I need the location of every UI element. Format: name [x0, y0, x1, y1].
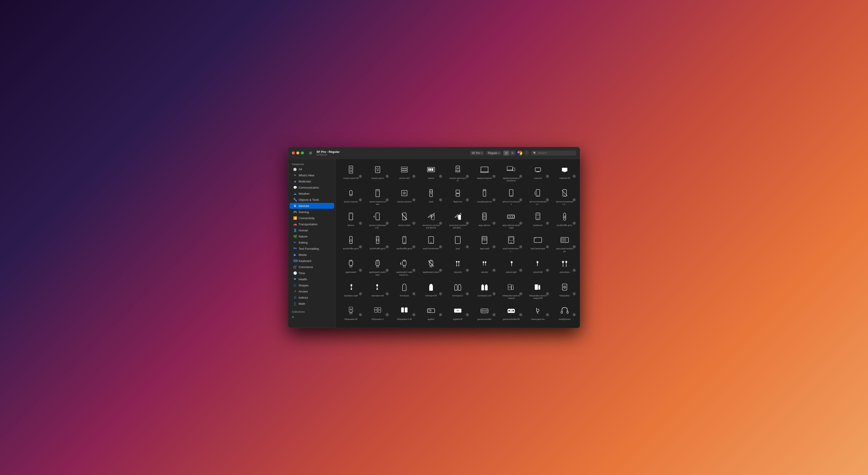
sidebar-item-time[interactable]: 🕐 Time [289, 270, 334, 276]
list-item[interactable]: ⓘ macmini [525, 161, 551, 184]
icon-info-button[interactable]: ⓘ [385, 245, 389, 248]
sidebar-item-nature[interactable]: 🌿 Nature [289, 233, 334, 239]
icon-info-button[interactable]: ⓘ [412, 313, 415, 316]
icon-info-button[interactable]: ⓘ [466, 269, 469, 272]
sidebar-item-commerce[interactable]: 🛒 Commerce [289, 264, 334, 270]
list-item[interactable]: ⓘ apps.ipad [471, 231, 498, 255]
icon-info-button[interactable]: ⓘ [466, 313, 469, 316]
list-item[interactable]: ⓘ hearingaid.ear [525, 302, 551, 323]
list-item[interactable]: ⓘ hifispeaker.and.homepod [498, 278, 525, 302]
icon-info-button[interactable]: ⓘ [572, 222, 576, 225]
sidebar-item-all[interactable]: ⬤ All [289, 166, 334, 172]
sidebar-item-human[interactable]: 👤 Human [289, 227, 334, 233]
icon-info-button[interactable]: ⓘ [385, 313, 389, 316]
list-item[interactable]: ⓘ candybarphone [471, 184, 498, 208]
sidebar-toggle-button[interactable]: ⊞ [308, 151, 313, 156]
list-item[interactable]: ⓘ hifispeaker.fill [338, 302, 364, 323]
icon-info-button[interactable]: ⓘ [359, 292, 362, 295]
icon-info-button[interactable]: ⓘ [572, 245, 576, 248]
icon-info-button[interactable]: ⓘ [572, 269, 576, 272]
list-item[interactable]: ⓘ applewatch.radiowaves.le... [391, 255, 418, 278]
icon-info-button[interactable]: ⓘ [439, 269, 442, 272]
list-item[interactable]: ⓘ iphone.slash [391, 208, 418, 231]
list-item[interactable]: ⓘ homepod.2 [444, 278, 471, 302]
sidebar-item-weather[interactable]: ☁ Weather [289, 191, 334, 196]
sidebar-item-connectivity[interactable]: 📶 Connectivity [289, 215, 334, 221]
icon-info-button[interactable]: ⓘ [466, 245, 469, 248]
sidebar-item-transportation[interactable]: 🚗 Transportation [289, 221, 334, 227]
sidebar-item-keyboard[interactable]: ⌨ Keyboard [289, 258, 334, 264]
icon-info-button[interactable]: ⓘ [412, 269, 415, 272]
list-item[interactable]: ⓘ airpodpro.right [338, 278, 364, 302]
list-item[interactable]: ⓘ macpro.gen3 [364, 161, 391, 184]
list-item[interactable]: ⓘ applewatch [338, 255, 364, 278]
icon-info-button[interactable]: ⓘ [546, 245, 549, 248]
list-item[interactable]: TV ⓘ appletv [418, 302, 444, 323]
sidebar-item-communication[interactable]: 💬 Communication [289, 185, 334, 190]
icon-info-button[interactable]: ⓘ [439, 175, 442, 178]
icon-info-button[interactable]: ⓘ [439, 313, 442, 316]
icon-info-button[interactable]: ⓘ [572, 313, 576, 316]
icon-info-button[interactable]: ⓘ [412, 222, 415, 225]
list-item[interactable]: ⓘ macmini.fill [551, 161, 578, 184]
list-item[interactable]: ⓘ iphone.homebutton.r... [525, 184, 551, 208]
search-input[interactable] [538, 152, 574, 155]
icon-info-button[interactable]: ⓘ [412, 245, 415, 248]
icon-info-button[interactable]: ⓘ [385, 292, 389, 295]
list-item[interactable]: ⓘ airpods [471, 255, 498, 278]
minimize-button[interactable] [296, 152, 299, 154]
list-item[interactable]: ⓘ ipad [444, 231, 471, 255]
list-item[interactable]: ⓘ applewatch.slash [418, 255, 444, 278]
icon-info-button[interactable]: ⓘ [572, 175, 576, 178]
list-item[interactable]: ⓘ flipphone [444, 184, 471, 208]
icon-info-button[interactable]: ⓘ [519, 175, 522, 178]
list-item[interactable]: ⓘ arrow.turn.up.forward.ipho... [444, 208, 471, 231]
list-item[interactable]: ⓘ airport.express [338, 184, 364, 208]
list-item[interactable]: ⓘ homepod [391, 278, 418, 302]
list-item[interactable]: ⓘ gamecontroller [471, 302, 498, 323]
list-item[interactable]: ⓘ laptopcomputer.and.iphone [498, 161, 525, 184]
list-item[interactable]: ⓘ iphone.homebutton.s... [551, 184, 578, 208]
close-button[interactable] [292, 152, 295, 154]
icon-info-button[interactable]: ⓘ [466, 175, 469, 178]
icon-info-button[interactable]: ⓘ [519, 198, 522, 201]
icon-info-button[interactable]: ⓘ [492, 198, 496, 201]
icon-info-button[interactable]: ⓘ [519, 222, 522, 225]
add-collection-button[interactable]: + [288, 314, 336, 321]
icon-info-button[interactable]: ⓘ [359, 245, 362, 248]
list-item[interactable]: TV ⓘ appletv.fill [444, 302, 471, 323]
icon-info-button[interactable]: ⓘ [492, 222, 496, 225]
icon-info-button[interactable]: ⓘ [412, 175, 415, 178]
icon-info-button[interactable]: ⓘ [492, 245, 496, 248]
sidebar-item-gaming[interactable]: 🎮 Gaming [289, 209, 334, 215]
list-item[interactable]: ⓘ hifispeaker.2.fill [391, 302, 418, 323]
list-item[interactable]: ⓘ airpod.left [525, 255, 551, 278]
sidebar-item-health[interactable]: ❤ Health [289, 276, 334, 282]
sidebar-item-indices[interactable]: ① Indices [289, 294, 334, 300]
icon-info-button[interactable]: ⓘ [439, 198, 442, 201]
list-item[interactable]: ⓘ apps.ipad.landscape [551, 231, 578, 255]
list-item[interactable]: ⓘ ipad.homebutton.l... [498, 231, 525, 255]
list-item[interactable]: ⓘ ipodshuffle.gen3 [364, 231, 391, 255]
sidebar-item-multicolor[interactable]: ◈ Multicolor [289, 179, 334, 184]
list-item[interactable]: ⓘ ipodshuffle.gen4 [391, 231, 418, 255]
icon-info-button[interactable]: ⓘ [572, 292, 576, 295]
icon-info-button[interactable]: ⓘ [439, 292, 442, 295]
icon-info-button[interactable]: ⓘ [439, 222, 442, 225]
icon-info-button[interactable]: ⓘ [439, 245, 442, 248]
list-item[interactable]: ⓘ macpro.gen2.fill [338, 161, 364, 184]
icon-info-button[interactable]: ⓘ [385, 175, 389, 178]
list-item[interactable]: ⓘ homepod.fill [418, 278, 444, 302]
maximize-button[interactable] [301, 152, 304, 154]
icon-info-button[interactable]: ⓘ [519, 269, 522, 272]
icon-info-button[interactable]: ⓘ [519, 245, 522, 248]
icon-info-button[interactable]: ⓘ [519, 292, 522, 295]
list-item[interactable]: ⓘ ipod [418, 184, 444, 208]
sidebar-item-editing[interactable]: ✏ Editing [289, 240, 334, 246]
icon-info-button[interactable]: ⓘ [572, 198, 576, 201]
list-item[interactable]: ⓘ gamecontroller.fill [498, 302, 525, 323]
icon-info-button[interactable]: ⓘ [546, 198, 549, 201]
icon-info-button[interactable]: ⓘ [546, 269, 549, 272]
list-item[interactable]: ⓘ xserve [418, 161, 444, 184]
list-item[interactable]: ⓘ homepod.2.fill [471, 278, 498, 302]
